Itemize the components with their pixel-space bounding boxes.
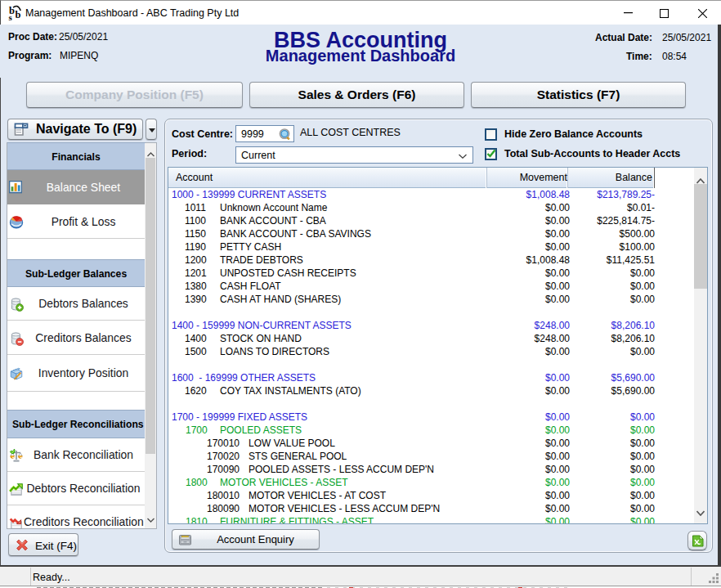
svg-text:s: s — [9, 12, 13, 22]
